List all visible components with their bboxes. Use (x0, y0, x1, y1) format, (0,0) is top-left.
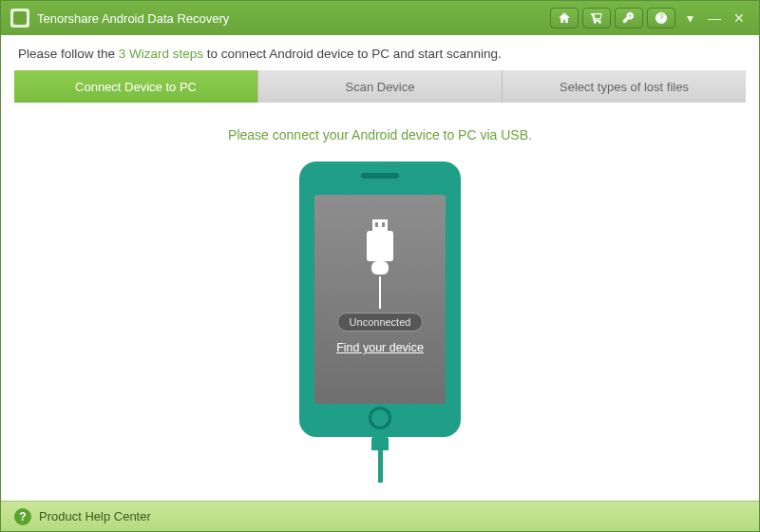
product-help-center-link[interactable]: Product Help Center (39, 509, 151, 523)
instruction-prefix: Please follow the (18, 47, 119, 61)
usb-icon (358, 219, 402, 278)
svg-rect-4 (382, 222, 385, 227)
tab-scan-device[interactable]: Scan Device (258, 70, 503, 103)
tab-label: Scan Device (346, 80, 415, 94)
phone-cable-icon (371, 437, 389, 483)
usb-cable-line-icon (379, 276, 381, 309)
instruction-highlight: 3 Wizard steps (119, 47, 203, 61)
help-button[interactable] (647, 8, 675, 28)
app-logo-icon (10, 9, 29, 28)
help-circle-icon: ? (14, 508, 31, 525)
connect-prompt: Please connect your Android device to PC… (228, 127, 532, 142)
wizard-tabs: Connect Device to PC Scan Device Select … (14, 70, 746, 103)
svg-point-1 (599, 22, 601, 24)
minimize-button[interactable]: — (704, 8, 725, 28)
main-panel: Please connect your Android device to PC… (1, 103, 759, 513)
tab-connect-device[interactable]: Connect Device to PC (14, 70, 258, 103)
phone-illustration: Unconnected Find your device (299, 162, 461, 437)
close-icon: ✕ (733, 10, 745, 26)
cart-button[interactable] (582, 8, 611, 28)
svg-rect-2 (372, 219, 388, 231)
chevron-down-icon: ▾ (687, 10, 694, 26)
window-title: Tenorshare Android Data Recovery (37, 11, 229, 26)
svg-rect-6 (371, 261, 389, 275)
key-button[interactable] (615, 8, 643, 28)
menu-caret-button[interactable]: ▾ (679, 8, 700, 28)
instruction-text: Please follow the 3 Wizard steps to conn… (1, 35, 759, 70)
phone-screen: Unconnected Find your device (314, 195, 446, 404)
tab-select-types[interactable]: Select types of lost files (503, 70, 746, 103)
svg-point-0 (594, 22, 596, 24)
home-icon (558, 11, 571, 25)
connection-status-badge: Unconnected (337, 313, 424, 332)
svg-rect-5 (367, 231, 393, 261)
titlebar: Tenorshare Android Data Recovery ▾ — ✕ (1, 1, 759, 35)
minimize-icon: — (708, 10, 721, 26)
key-icon (622, 11, 636, 25)
tab-label: Connect Device to PC (75, 80, 197, 94)
tab-label: Select types of lost files (560, 80, 689, 94)
home-button[interactable] (550, 8, 579, 28)
svg-rect-3 (375, 222, 378, 227)
cart-icon (590, 11, 603, 25)
footer-bar: ? Product Help Center (1, 501, 759, 531)
phone-body-icon: Unconnected Find your device (299, 162, 461, 437)
instruction-suffix: to connect Android device to PC and star… (203, 47, 502, 61)
close-button[interactable]: ✕ (729, 8, 750, 28)
help-icon (655, 11, 668, 25)
find-your-device-link[interactable]: Find your device (336, 341, 424, 354)
